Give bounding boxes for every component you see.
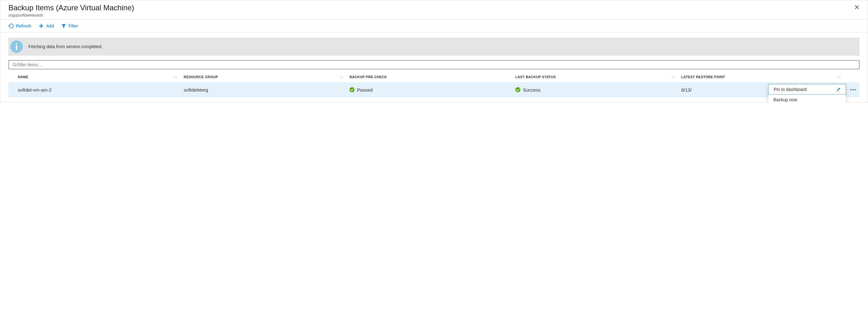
add-button[interactable]: Add: [38, 23, 54, 29]
col-last-status[interactable]: LAST BACKUP STATUS↑↓: [515, 75, 681, 79]
page-title: Backup Items (Azure Virtual Machine): [8, 3, 134, 12]
panel-header: Backup Items (Azure Virtual Machine) sog…: [0, 0, 868, 20]
search-icon: [12, 62, 17, 67]
info-message: Fetching data from service completed.: [28, 44, 102, 49]
col-precheck[interactable]: BACKUP PRE-CHECK: [349, 75, 515, 79]
svg-line-3: [15, 65, 16, 66]
table-row[interactable]: softdel-vm-am-2 softdeleterg Passed Succ…: [8, 83, 860, 97]
info-bar: Fetching data from service completed.: [8, 37, 860, 56]
sort-icon: ↑↓: [671, 75, 675, 79]
refresh-icon: [8, 23, 14, 29]
menu-backup-now[interactable]: Backup now: [768, 95, 846, 103]
info-icon: [10, 40, 23, 53]
cell-name: softdel-vm-am-2: [18, 87, 184, 92]
check-icon: [349, 87, 354, 92]
page-subtitle: sogupsoftdeletevault: [8, 13, 134, 18]
row-more-button[interactable]: •••: [847, 87, 860, 92]
svg-point-2: [13, 63, 15, 66]
cell-last-status: Success: [515, 87, 681, 92]
table-header-row: NAME↑↓ RESOURCE GROUP↑↓ BACKUP PRE-CHECK…: [8, 71, 860, 83]
check-icon: [515, 87, 520, 92]
filter-label: Filter: [68, 23, 78, 28]
refresh-button[interactable]: Refresh: [8, 23, 31, 29]
filter-button[interactable]: Filter: [61, 23, 78, 29]
col-restore-point[interactable]: LATEST RESTORE POINT↑↓: [681, 75, 847, 79]
refresh-label: Refresh: [16, 23, 31, 28]
sort-icon: ↑↓: [340, 75, 343, 79]
plus-icon: [38, 23, 44, 29]
col-name[interactable]: NAME↑↓: [18, 75, 184, 79]
search-row[interactable]: [8, 60, 860, 70]
search-input[interactable]: [17, 62, 856, 67]
col-resource-group[interactable]: RESOURCE GROUP↑↓: [184, 75, 349, 79]
cell-precheck: Passed: [349, 87, 515, 92]
context-menu: Pin to dashboard Backup now Restore VM F…: [768, 84, 846, 103]
filter-icon: [61, 23, 66, 29]
cell-resource-group: softdeleterg: [184, 87, 349, 92]
toolbar: Refresh Add Filter: [0, 20, 868, 32]
add-label: Add: [46, 23, 54, 28]
menu-pin-to-dashboard[interactable]: Pin to dashboard: [768, 84, 846, 95]
sort-icon: ↑↓: [837, 75, 841, 79]
sort-icon: ↑↓: [174, 75, 178, 79]
close-button[interactable]: ✕: [852, 3, 862, 11]
pin-icon: [836, 87, 840, 92]
